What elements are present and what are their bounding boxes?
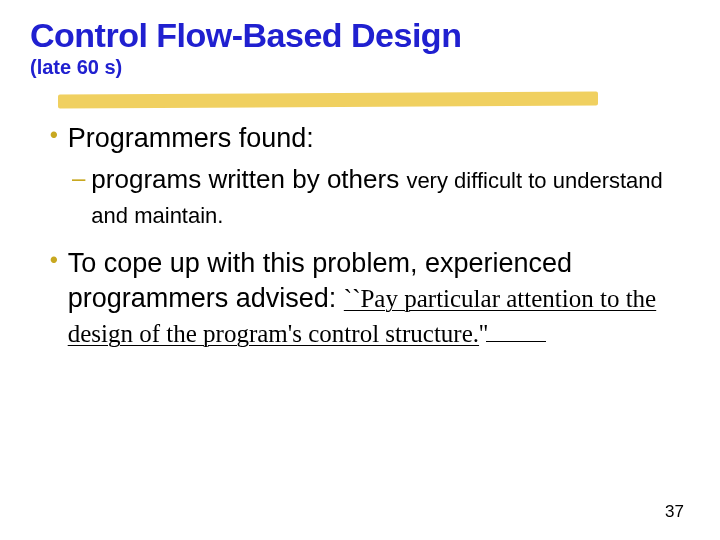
bullet-2: • To cope up with this problem, experien…	[50, 246, 690, 351]
slide-subtitle: (late 60 s)	[30, 56, 690, 79]
bullet-1-text: Programmers found:	[68, 121, 314, 156]
content-area: • Programmers found: – programs written …	[30, 121, 690, 352]
sub-bullet-1: – programs written by others very diffic…	[72, 162, 690, 232]
bullet-1: • Programmers found:	[50, 121, 690, 156]
sub-1-part-a: programs written by others	[91, 164, 406, 194]
page-number: 37	[665, 502, 684, 522]
slide-title: Control Flow-Based Design	[30, 18, 690, 54]
sub-bullet-1-text: programs written by others very difficul…	[91, 162, 690, 232]
bullet-dot-icon: •	[50, 121, 58, 150]
bullet-dot-icon: •	[50, 246, 58, 275]
bullet-2-text: To cope up with this problem, experience…	[68, 246, 690, 351]
dash-icon: –	[72, 162, 85, 193]
underline-tail	[486, 341, 546, 342]
highlight-underline	[30, 93, 690, 115]
slide: Control Flow-Based Design (late 60 s) • …	[0, 0, 720, 540]
bullet-2-quote-end: ''	[479, 320, 488, 347]
